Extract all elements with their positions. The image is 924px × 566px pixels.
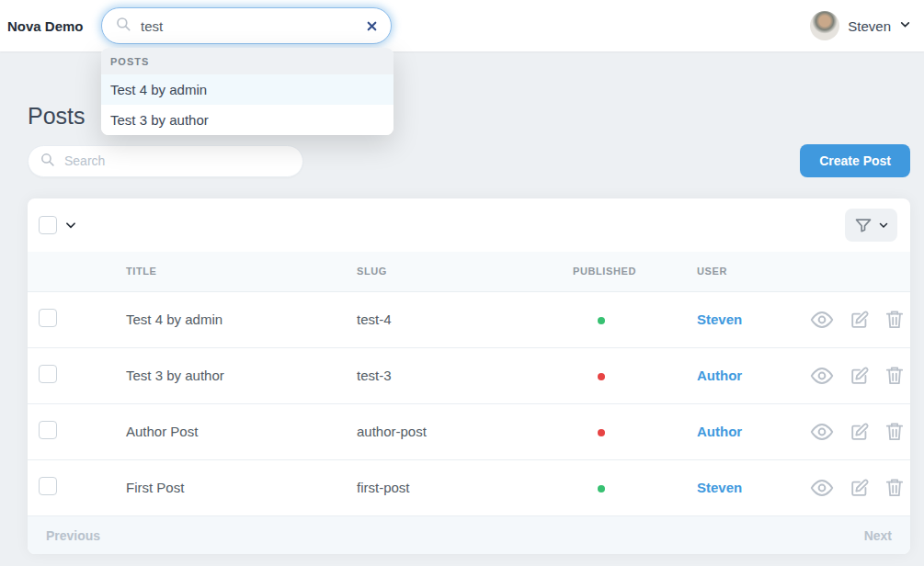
global-search-input[interactable]	[141, 18, 366, 34]
pagination: Previous Next	[28, 515, 910, 554]
global-search: POSTS Test 4 by adminTest 3 by author	[101, 7, 392, 44]
card-toolbar	[28, 198, 910, 252]
row-checkbox[interactable]	[39, 365, 57, 383]
delete-icon[interactable]	[885, 478, 904, 498]
row-title: Test 4 by admin	[126, 291, 357, 347]
posts-card: TITLE SLUG PUBLISHED USER Test 4 by admi…	[28, 198, 910, 554]
row-slug: author-post	[357, 403, 573, 459]
edit-icon[interactable]	[850, 366, 870, 386]
clear-search-icon[interactable]	[366, 20, 378, 32]
column-header-slug[interactable]: SLUG	[357, 252, 573, 291]
row-checkbox[interactable]	[39, 477, 57, 495]
previous-page-link[interactable]: Previous	[46, 528, 100, 543]
published-dot	[598, 429, 605, 436]
view-icon[interactable]	[810, 478, 834, 498]
search-results-dropdown: POSTS Test 4 by adminTest 3 by author	[101, 48, 394, 135]
view-icon[interactable]	[810, 310, 834, 330]
delete-icon[interactable]	[885, 422, 904, 442]
row-checkbox[interactable]	[39, 309, 57, 327]
delete-icon[interactable]	[885, 310, 904, 330]
row-slug: test-3	[357, 347, 573, 403]
funnel-icon	[854, 216, 873, 234]
table-row: First Post first-post Steven	[28, 459, 910, 515]
table-row: Test 4 by admin test-4 Steven	[28, 291, 910, 347]
app-brand[interactable]: Nova Demo	[0, 18, 101, 34]
delete-icon[interactable]	[885, 366, 904, 386]
main-content: Posts Create Post	[0, 103, 924, 554]
select-all-checkbox[interactable]	[39, 216, 57, 234]
row-title: Test 3 by author	[126, 347, 357, 403]
posts-table: TITLE SLUG PUBLISHED USER Test 4 by admi…	[28, 252, 910, 515]
chevron-down-icon	[899, 17, 911, 34]
select-all-chevron-icon[interactable]	[64, 219, 77, 232]
row-title: First Post	[126, 459, 357, 515]
column-header-published[interactable]: PUBLISHED	[573, 252, 697, 291]
search-result-item[interactable]: Test 3 by author	[101, 105, 394, 135]
row-user-link[interactable]: Author	[697, 368, 742, 383]
user-name: Steven	[848, 18, 891, 34]
header-actions-spacer	[798, 252, 910, 291]
results-group-header: POSTS	[101, 48, 394, 74]
create-post-button[interactable]: Create Post	[800, 144, 910, 177]
posts-table-body: Test 4 by admin test-4 Steven Test 3 by …	[28, 291, 910, 515]
table-header-row: TITLE SLUG PUBLISHED USER	[28, 252, 910, 291]
row-title: Author Post	[126, 403, 357, 459]
row-user-link[interactable]: Steven	[697, 311, 742, 327]
published-dot	[598, 373, 605, 380]
resource-search-input[interactable]	[64, 153, 291, 168]
resource-controls: Create Post	[28, 144, 910, 177]
search-icon	[115, 16, 131, 36]
edit-icon[interactable]	[850, 422, 870, 442]
search-icon	[40, 152, 55, 171]
row-user-link[interactable]: Author	[697, 424, 742, 439]
table-row: Test 3 by author test-3 Author	[28, 347, 910, 403]
column-header-title[interactable]: TITLE	[126, 252, 357, 291]
resource-search-box	[28, 145, 303, 177]
search-result-item[interactable]: Test 4 by admin	[101, 74, 394, 105]
header-checkbox-spacer	[28, 252, 126, 291]
edit-icon[interactable]	[850, 478, 870, 498]
topbar: Nova Demo POSTS Test 4 by adminTest 3 by…	[0, 0, 924, 51]
user-menu[interactable]: Steven	[810, 11, 911, 40]
view-icon[interactable]	[810, 366, 834, 386]
table-row: Author Post author-post Author	[28, 403, 910, 459]
view-icon[interactable]	[810, 422, 834, 442]
results-list: Test 4 by adminTest 3 by author	[101, 74, 394, 135]
global-search-box	[101, 7, 392, 44]
row-user-link[interactable]: Steven	[697, 480, 742, 495]
column-header-user[interactable]: USER	[697, 252, 798, 291]
published-dot	[598, 317, 605, 324]
row-checkbox[interactable]	[39, 421, 57, 439]
row-slug: first-post	[357, 459, 573, 515]
avatar	[810, 11, 839, 40]
row-slug: test-4	[357, 291, 573, 347]
filter-dropdown-button[interactable]	[845, 209, 897, 242]
chevron-down-icon	[878, 220, 889, 231]
edit-icon[interactable]	[850, 310, 870, 330]
published-dot	[598, 485, 605, 492]
next-page-link[interactable]: Next	[864, 528, 892, 543]
